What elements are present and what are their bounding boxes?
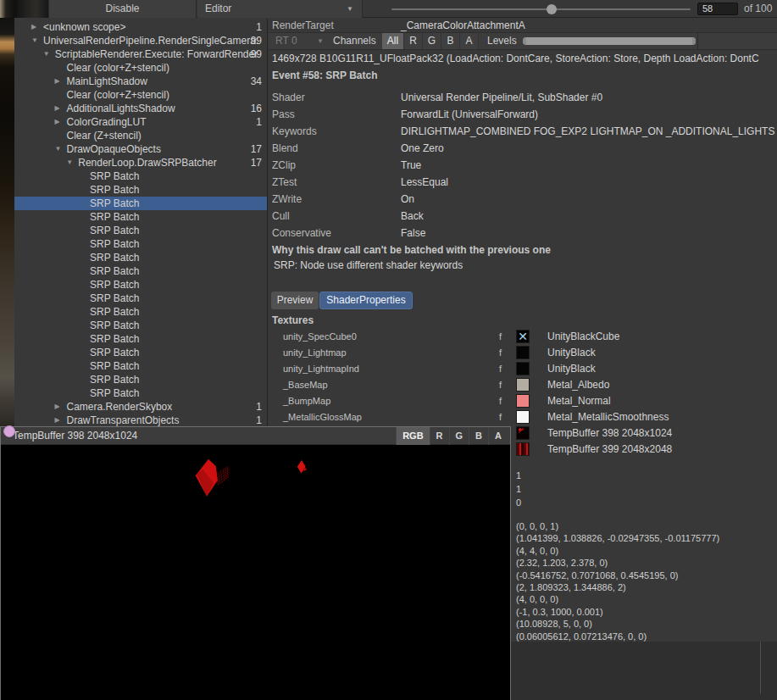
state-value: LessEqual bbox=[401, 174, 448, 191]
texture-thumbnail[interactable] bbox=[516, 410, 530, 424]
preview-channel-button-g[interactable]: G bbox=[449, 427, 469, 445]
texture-asset-label: UnityBlack bbox=[547, 345, 596, 361]
texture-thumbnail[interactable] bbox=[516, 394, 530, 408]
tree-row-label: SRP Batch bbox=[90, 346, 139, 359]
tree-row-count: 99 bbox=[251, 34, 262, 47]
texture-thumbnail[interactable] bbox=[516, 346, 530, 359]
texture-row[interactable]: _BaseMap f Metal_Albedo bbox=[269, 377, 777, 393]
tree-row[interactable]: SRP Batch bbox=[14, 359, 268, 373]
preview-channel-button-r[interactable]: R bbox=[430, 427, 449, 445]
tree-row-label: ColorGradingLUT bbox=[67, 115, 147, 129]
tree-row-label: Clear (color+Z+stencil) bbox=[67, 61, 169, 75]
foldout-arrow-icon[interactable]: ▼ bbox=[55, 142, 62, 156]
state-label: Conservative bbox=[272, 225, 331, 242]
tree-row[interactable]: SRP Batch bbox=[14, 237, 268, 251]
detail-tabs: Preview ShaderProperties bbox=[269, 292, 523, 310]
tree-row[interactable]: SRP Batch bbox=[14, 251, 268, 264]
rt-index-dropdown[interactable]: RT 0 ▼ bbox=[271, 33, 329, 49]
tree-row[interactable]: SRP Batch bbox=[14, 264, 268, 278]
tree-row[interactable]: ▶ ColorGradingLUT 1 bbox=[14, 115, 268, 129]
texture-property-name: _BumpMap bbox=[283, 393, 330, 409]
tree-row[interactable]: ▼ ScriptableRenderer.Execute: ForwardRen… bbox=[14, 47, 268, 61]
shadowmap-preview-canvas[interactable] bbox=[1, 446, 510, 700]
tab-preview[interactable]: Preview bbox=[271, 292, 319, 309]
scrollbar[interactable] bbox=[760, 642, 761, 694]
frame-debugger-window: Disable Editor ▼ 58 of 100 ▶ <unknown sc… bbox=[0, 0, 777, 700]
tree-row[interactable]: Clear (Z+stencil) bbox=[14, 129, 268, 142]
tree-row[interactable]: SRP Batch bbox=[14, 292, 268, 305]
texture-thumbnail[interactable] bbox=[516, 378, 530, 392]
texture-row[interactable]: unity_Lightmap f UnityBlack bbox=[269, 345, 777, 361]
preview-channel-button-rgb[interactable]: RGB bbox=[396, 427, 429, 445]
background-scene-fragment bbox=[0, 18, 14, 426]
state-value: Back bbox=[401, 208, 424, 225]
tree-row-label: SRP Batch bbox=[90, 183, 139, 197]
foldout-arrow-icon[interactable]: ▼ bbox=[66, 156, 73, 169]
tree-row[interactable]: SRP Batch bbox=[14, 305, 268, 319]
tree-row[interactable]: ▶ AdditionalLightsShadow 16 bbox=[14, 102, 268, 115]
disable-button[interactable]: Disable bbox=[48, 0, 197, 18]
texture-thumbnail[interactable] bbox=[516, 442, 530, 456]
channels-label: Channels bbox=[333, 33, 376, 49]
frame-slider-thumb[interactable] bbox=[547, 4, 557, 14]
foldout-arrow-icon[interactable]: ▼ bbox=[31, 34, 38, 47]
tree-row-label: Camera.RenderSkybox bbox=[67, 400, 173, 414]
tree-row[interactable]: SRP Batch bbox=[14, 210, 268, 224]
tree-row[interactable]: ▶ DrawTransparentObjects 1 bbox=[14, 414, 268, 426]
tree-row[interactable]: SRP Batch bbox=[14, 183, 268, 197]
tree-row[interactable]: ▼ DrawOpaqueObjects 17 bbox=[14, 142, 268, 156]
texture-asset-label: UnityBlack bbox=[547, 361, 596, 377]
tree-row[interactable]: ▶ <unknown scope> 1 bbox=[14, 20, 268, 34]
texture-row[interactable]: _BumpMap f Metal_Normal bbox=[269, 393, 777, 409]
foldout-arrow-icon[interactable]: ▶ bbox=[55, 102, 60, 115]
tree-row[interactable]: ▼ RenderLoop.DrawSRPBatcher 17 bbox=[14, 156, 268, 169]
tree-row[interactable]: SRP Batch bbox=[14, 332, 268, 346]
levels-range-slider[interactable] bbox=[523, 37, 696, 45]
tree-row[interactable]: SRP Batch bbox=[14, 346, 268, 359]
foldout-arrow-icon[interactable]: ▶ bbox=[55, 414, 60, 426]
preview-channel-button-a[interactable]: A bbox=[488, 427, 508, 445]
channel-button-all[interactable]: All bbox=[382, 33, 404, 49]
channel-button-g[interactable]: G bbox=[423, 33, 441, 49]
texture-row[interactable]: _MetallicGlossMap f Metal_MetallicSmooth… bbox=[269, 409, 777, 425]
foldout-arrow-icon[interactable]: ▼ bbox=[43, 47, 50, 61]
tree-row-count: 1 bbox=[256, 115, 262, 129]
tree-row[interactable]: Clear (color+Z+stencil) bbox=[14, 88, 268, 102]
foldout-arrow-icon[interactable]: ▶ bbox=[55, 115, 60, 129]
channel-button-b[interactable]: B bbox=[441, 33, 460, 49]
foldout-arrow-icon[interactable]: ▶ bbox=[31, 20, 36, 34]
texture-row[interactable]: unity_SpecCube0 f UnityBlackCube bbox=[269, 329, 777, 345]
texture-thumbnail[interactable] bbox=[516, 426, 530, 440]
preview-channel-button-b[interactable]: B bbox=[469, 427, 488, 445]
channel-button-r[interactable]: R bbox=[404, 33, 423, 49]
tab-shader-properties[interactable]: ShaderProperties bbox=[319, 292, 413, 309]
target-selector-dropdown[interactable]: Editor ▼ bbox=[197, 0, 363, 18]
texture-row[interactable]: unity_LightmapInd f UnityBlack bbox=[269, 361, 777, 377]
tree-row-label: SRP Batch bbox=[90, 278, 139, 292]
tree-row-label: SRP Batch bbox=[90, 210, 139, 224]
frame-slider-track[interactable] bbox=[391, 8, 691, 10]
tree-row[interactable]: SRP Batch bbox=[14, 386, 268, 400]
shadow-diamond-small-notch bbox=[303, 467, 308, 471]
background-scene-fragment bbox=[0, 0, 48, 18]
tree-row[interactable]: ▶ MainLightShadow 34 bbox=[14, 75, 268, 88]
tree-row[interactable]: SRP Batch bbox=[14, 224, 268, 237]
tree-row[interactable]: ▶ Camera.RenderSkybox 1 bbox=[14, 400, 268, 414]
channel-button-a[interactable]: A bbox=[460, 33, 479, 49]
texture-thumbnail[interactable] bbox=[516, 330, 530, 343]
tree-row[interactable]: SRP Batch bbox=[14, 319, 268, 332]
tree-row[interactable]: SRP Batch bbox=[14, 169, 268, 183]
texture-thumbnail[interactable] bbox=[516, 362, 530, 375]
tree-row[interactable]: Clear (color+Z+stencil) bbox=[14, 61, 268, 75]
tree-row[interactable]: SRP Batch bbox=[14, 278, 268, 292]
foldout-arrow-icon[interactable]: ▶ bbox=[55, 75, 60, 88]
foldout-arrow-icon[interactable]: ▶ bbox=[55, 400, 60, 414]
tree-row[interactable]: SRP Batch bbox=[14, 197, 268, 210]
chevron-down-icon: ▼ bbox=[317, 33, 324, 49]
tree-row-count: 17 bbox=[251, 156, 262, 169]
texture-asset-label: Metal_Normal bbox=[547, 393, 611, 409]
shader-state-row: Pass ForwardLit (UniversalForward) bbox=[269, 106, 777, 123]
tree-row[interactable]: ▼ UniversalRenderPipeline.RenderSingleCa… bbox=[14, 34, 268, 47]
tree-row[interactable]: SRP Batch bbox=[14, 373, 268, 386]
frame-number-input[interactable]: 58 bbox=[697, 3, 738, 15]
